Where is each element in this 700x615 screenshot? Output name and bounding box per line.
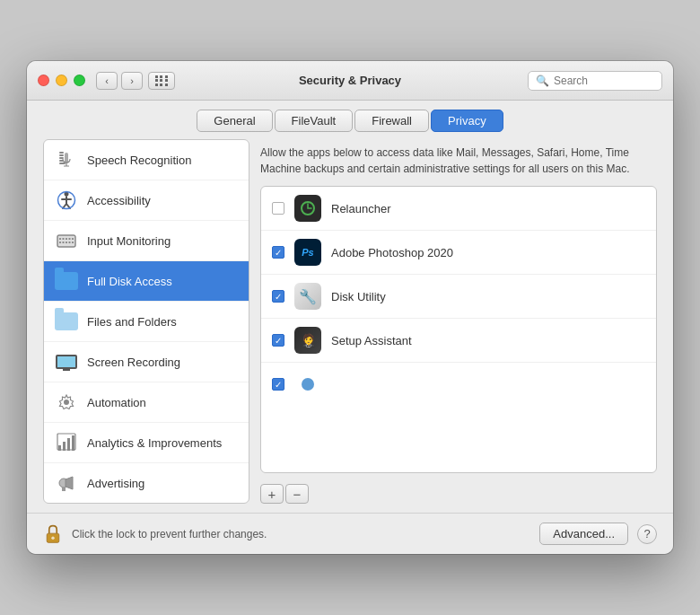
titlebar: ‹ › Security & Privacy 🔍 bbox=[27, 61, 673, 101]
svg-point-35 bbox=[51, 536, 54, 539]
table-row: Relauncher bbox=[261, 187, 656, 231]
folder-light-icon bbox=[55, 310, 78, 333]
svg-rect-29 bbox=[72, 435, 74, 451]
sidebar-item-accessibility[interactable]: Accessibility bbox=[44, 180, 249, 221]
svg-rect-17 bbox=[66, 238, 67, 240]
svg-rect-19 bbox=[72, 238, 74, 240]
setup-assistant-icon: 🤵 bbox=[293, 326, 322, 355]
sidebar-label-automation: Automation bbox=[87, 396, 146, 409]
app-icon-ps: Ps bbox=[294, 239, 321, 266]
svg-rect-16 bbox=[63, 238, 65, 240]
app-name-photoshop: Adobe Photoshop 2020 bbox=[331, 246, 453, 259]
svg-rect-22 bbox=[66, 242, 67, 243]
sidebar-item-files-folders[interactable]: Files and Folders bbox=[44, 302, 249, 342]
sidebar-item-analytics[interactable]: Analytics & Improvements bbox=[44, 423, 249, 463]
system-preferences-window: ‹ › Security & Privacy 🔍 General FileVau… bbox=[27, 61, 673, 554]
app-icon-disk: 🔧 bbox=[294, 283, 321, 310]
sidebar-item-speech[interactable]: Speech Recognition bbox=[44, 140, 249, 180]
table-row: ✓ 🤵 Setup Assistant bbox=[261, 319, 656, 363]
disk-utility-icon: 🔧 bbox=[293, 282, 322, 311]
sidebar: Speech Recognition Accessibility bbox=[43, 139, 249, 504]
tab-privacy[interactable]: Privacy bbox=[431, 110, 503, 132]
sidebar-label-full-disk-access: Full Disk Access bbox=[87, 275, 172, 288]
svg-rect-32 bbox=[62, 488, 66, 491]
app-name-relauncher: Relauncher bbox=[331, 202, 391, 215]
disk-utility-checkbox[interactable]: ✓ bbox=[272, 290, 284, 303]
svg-rect-24 bbox=[72, 242, 74, 243]
close-button[interactable] bbox=[38, 75, 49, 86]
minimize-button[interactable] bbox=[56, 75, 67, 86]
back-button[interactable]: ‹ bbox=[96, 72, 118, 90]
partial-circle-icon bbox=[302, 378, 314, 391]
search-input[interactable] bbox=[554, 75, 654, 87]
maximize-button[interactable] bbox=[74, 75, 85, 86]
sidebar-item-input-monitoring[interactable]: Input Monitoring bbox=[44, 221, 249, 261]
help-button[interactable]: ? bbox=[637, 524, 657, 544]
keyboard-icon bbox=[55, 229, 78, 252]
analytics-icon bbox=[55, 431, 78, 454]
svg-point-25 bbox=[64, 400, 69, 405]
search-icon: 🔍 bbox=[536, 75, 549, 87]
apps-list: Relauncher ✓ Ps Adobe Photoshop 2020 ✓ 🔧 bbox=[260, 186, 657, 473]
svg-rect-2 bbox=[59, 157, 64, 159]
gear-icon bbox=[55, 391, 78, 414]
svg-rect-20 bbox=[59, 242, 61, 243]
sidebar-label-analytics: Analytics & Improvements bbox=[87, 436, 222, 450]
svg-rect-1 bbox=[59, 154, 64, 156]
traffic-lights bbox=[38, 75, 85, 86]
photoshop-checkbox[interactable]: ✓ bbox=[272, 246, 284, 259]
advanced-button[interactable]: Advanced... bbox=[539, 523, 628, 545]
setup-assistant-checkbox[interactable]: ✓ bbox=[272, 334, 284, 347]
nav-buttons: ‹ › bbox=[96, 72, 143, 90]
speech-icon bbox=[55, 148, 78, 171]
partial-app-icon bbox=[293, 370, 322, 399]
table-row-partial: ✓ bbox=[261, 363, 656, 406]
main-panel: Allow the apps below to access data like… bbox=[260, 139, 657, 504]
remove-app-button[interactable]: − bbox=[285, 484, 309, 504]
description-text: Allow the apps below to access data like… bbox=[260, 139, 657, 179]
svg-rect-14 bbox=[57, 235, 75, 247]
accessibility-icon bbox=[55, 189, 78, 212]
sidebar-label-input-monitoring: Input Monitoring bbox=[87, 234, 171, 248]
svg-rect-28 bbox=[67, 438, 70, 451]
relauncher-icon bbox=[293, 194, 322, 223]
lock-icon[interactable] bbox=[43, 524, 63, 544]
add-remove-controls: + − bbox=[260, 484, 657, 504]
folder-blue-icon bbox=[55, 269, 78, 293]
sidebar-item-automation[interactable]: Automation bbox=[44, 382, 249, 423]
svg-rect-21 bbox=[63, 242, 65, 243]
table-row: ✓ Ps Adobe Photoshop 2020 bbox=[261, 231, 656, 275]
sidebar-label-advertising: Advertising bbox=[87, 477, 144, 490]
grid-view-button[interactable] bbox=[148, 72, 175, 90]
tab-filevault[interactable]: FileVault bbox=[275, 110, 354, 132]
sidebar-item-full-disk-access[interactable]: Full Disk Access bbox=[44, 261, 249, 302]
grid-icon bbox=[155, 75, 169, 86]
sidebar-label-screen-recording: Screen Recording bbox=[87, 356, 180, 369]
app-icon-setup: 🤵 bbox=[294, 327, 321, 354]
lock-status-text: Click the lock to prevent further change… bbox=[72, 528, 530, 540]
app-icon-dark bbox=[294, 195, 321, 222]
app-name-disk-utility: Disk Utility bbox=[331, 290, 386, 303]
svg-rect-5 bbox=[65, 153, 68, 163]
search-box[interactable]: 🔍 bbox=[528, 71, 662, 91]
photoshop-icon: Ps bbox=[293, 238, 322, 267]
table-row: ✓ 🔧 Disk Utility bbox=[261, 275, 656, 319]
tab-firewall[interactable]: Firewall bbox=[354, 110, 429, 132]
partial-checkbox[interactable]: ✓ bbox=[272, 378, 284, 391]
svg-rect-15 bbox=[59, 238, 61, 240]
svg-rect-23 bbox=[69, 242, 71, 243]
sidebar-item-screen-recording[interactable]: Screen Recording bbox=[44, 342, 249, 382]
window-title: Security & Privacy bbox=[299, 74, 401, 87]
advertising-icon bbox=[55, 471, 78, 495]
tabs-bar: General FileVault Firewall Privacy bbox=[27, 101, 673, 139]
add-app-button[interactable]: + bbox=[260, 484, 284, 504]
tab-general[interactable]: General bbox=[197, 110, 272, 132]
svg-rect-0 bbox=[59, 152, 64, 154]
forward-button[interactable]: › bbox=[121, 72, 143, 90]
sidebar-label-speech: Speech Recognition bbox=[87, 154, 191, 167]
relauncher-checkbox[interactable] bbox=[272, 202, 284, 215]
sidebar-label-files-folders: Files and Folders bbox=[87, 315, 177, 329]
sidebar-item-advertising[interactable]: Advertising bbox=[44, 463, 249, 503]
screen-icon bbox=[55, 350, 78, 373]
sidebar-label-accessibility: Accessibility bbox=[87, 194, 151, 207]
